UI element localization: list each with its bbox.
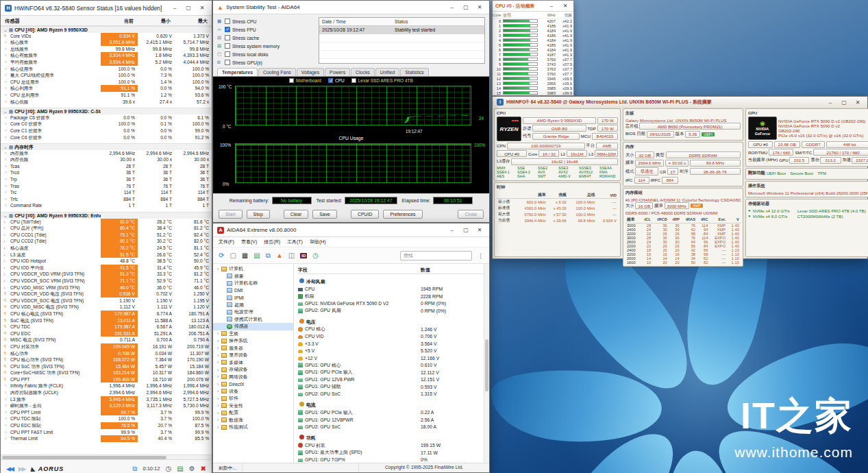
sensor-row[interactable]: CPU CCD1 (Tdie) 79.1 °C 51.2 °C 82.4 °C bbox=[1, 232, 212, 239]
pane-row[interactable]: GPU1: GPU 12V8PWR 2.56 A bbox=[298, 416, 486, 424]
sensor-row[interactable]: 内存控制器频率 (UCLK) 2,994.6 MHz 2,994.6 MHz 2… bbox=[1, 389, 212, 396]
minimize-icon[interactable]: – bbox=[825, 99, 836, 106]
tree-item[interactable]: DMI bbox=[213, 287, 293, 295]
pane-row[interactable]: GPU1: GPU TGP% 0% bbox=[298, 457, 486, 463]
checkbox[interactable] bbox=[225, 19, 230, 24]
sensor-row[interactable]: CPU VDD_MISC VRM (SVI3 TFN) 46.0 °C 36.0… bbox=[1, 284, 212, 291]
pane-row[interactable]: 电流 bbox=[298, 402, 486, 409]
sensor-row[interactable]: 最大 CPU/线程使用率 100.0 % 7.3 % 100.0 % bbox=[1, 72, 212, 79]
pane-row[interactable]: 功耗 bbox=[298, 435, 486, 442]
pane-row[interactable]: GPU2: GPU SoC 1.315 V bbox=[298, 391, 486, 398]
pane-row[interactable]: CPU 1945 RPM bbox=[298, 286, 486, 293]
checkbox[interactable] bbox=[225, 60, 230, 65]
sensor-row[interactable]: CPU [#0]: AMD Ryzen 9 9950X3D bbox=[1, 26, 212, 33]
tree-item[interactable]: 显示设备 bbox=[213, 352, 293, 359]
sensor-row[interactable]: Core VIDs 0.934 V 0.620 V 1.373 V bbox=[1, 33, 212, 40]
sensor-row[interactable]: CPU VDDCR_VDD VRM (SVI3 TFN) 81.2 °C 33.… bbox=[1, 271, 212, 278]
sensor-row[interactable]: CPU IOD 平均值 41.5 °C 31.4 °C 45.9 °C bbox=[1, 265, 212, 271]
graph-tab[interactable]: Cooling Fans bbox=[258, 68, 296, 76]
report-icon[interactable]: ▤ bbox=[177, 465, 183, 472]
pane-row[interactable]: 机箱 2228 RPM bbox=[298, 293, 486, 300]
pane-row[interactable]: CPU VID 0.706 V bbox=[298, 333, 486, 341]
sensor-row[interactable]: CPU IOD Hotspot 48.8 °C 38.5 °C 50.0 °C bbox=[1, 258, 212, 265]
kebab-menu-icon[interactable]: ⋮ bbox=[478, 252, 484, 259]
sensor-row[interactable]: CPU SoC 功率 (SVI3 TFN) 15.464 W 5.457 W 1… bbox=[1, 363, 212, 370]
pane-row[interactable]: GPU1: GPU 12V8 PWR 12.151 V bbox=[298, 376, 486, 384]
pane-row[interactable]: GPU1: NVIDIA GeForce RTX 5090 D V2 0 RPM… bbox=[298, 300, 486, 308]
graph-tab[interactable]: Temperatures bbox=[217, 68, 258, 76]
sensor-row[interactable]: CPU TDC 179.987 A 6.567 A 180.012 A bbox=[1, 324, 212, 330]
pane-row[interactable]: GPU2: GPU 风扇 0 RPM (0%) bbox=[298, 307, 486, 315]
legend-checkbox[interactable] bbox=[289, 78, 294, 83]
graph-tab[interactable]: Voltages bbox=[297, 68, 324, 76]
pane-row[interactable]: +3.3 V 3.564 V bbox=[298, 340, 486, 348]
tree-item[interactable]: 摘要 bbox=[213, 273, 293, 280]
checkbox[interactable] bbox=[225, 35, 230, 40]
menu-item[interactable]: 工具(T) bbox=[287, 239, 303, 245]
menu-item[interactable]: 查看(V) bbox=[241, 239, 257, 245]
sensor-row[interactable]: 核心功率 0.708 W 0.034 W 11.307 W bbox=[1, 350, 212, 357]
sensor-row[interactable]: 核心有效频率 3,934.4 MHz 1.8 MHz 4,393.3 MHz bbox=[1, 52, 212, 59]
tree-item[interactable]: 计算机名称 bbox=[213, 280, 293, 287]
toolbar-icon[interactable]: ⧉ bbox=[266, 252, 271, 260]
maximize-icon[interactable]: ▢ bbox=[839, 99, 850, 106]
test-button[interactable]: Close bbox=[458, 210, 484, 219]
sensor-row[interactable]: Command Rate 1 T 1 T 1 T bbox=[1, 202, 212, 209]
sensor-row[interactable]: 内存时序 bbox=[1, 143, 212, 150]
search-input[interactable] bbox=[400, 251, 472, 260]
legend-checkbox[interactable] bbox=[328, 78, 333, 83]
minimize-icon[interactable]: – bbox=[447, 4, 458, 10]
sensor-row[interactable]: Tcas 28 T 28 T 28 T bbox=[1, 163, 212, 170]
legend-checkbox[interactable] bbox=[351, 78, 356, 83]
sensor-row[interactable]: 总线频率 99.8 MHz 99.8 MHz 99.8 MHz bbox=[1, 46, 212, 53]
sensors-titlebar[interactable]: H HWiNFO64 v8.32-5840 Sensor Status [16 … bbox=[1, 1, 212, 16]
sensor-row[interactable]: CPU [#0]: AMD Ryzen 9 9950X3D: Enhanced bbox=[1, 212, 212, 219]
tree-item[interactable]: IPMI bbox=[213, 294, 293, 302]
log-row[interactable]: 2025/10/28 19:12:47 Stability test start… bbox=[319, 26, 484, 34]
tree-item[interactable]: 操作系统 bbox=[213, 337, 293, 345]
legend-item[interactable]: CPU bbox=[328, 78, 345, 83]
checkbox[interactable] bbox=[225, 51, 230, 57]
tree-item[interactable]: 安全性 bbox=[213, 402, 293, 410]
graph-tab[interactable]: Statistics bbox=[400, 68, 429, 76]
sensor-row[interactable]: SoC 电流 (SVI3 TFN) 13.011 A 11.588 A 13.1… bbox=[1, 317, 212, 324]
toolbar-icon[interactable]: ▤ bbox=[253, 252, 260, 259]
pane-row[interactable]: +12 V 12.166 V bbox=[298, 354, 486, 362]
pane-row[interactable]: GPU2: GPU SoC 18.00 A bbox=[298, 424, 486, 431]
sensor-row[interactable]: Core+SoC+MISC 功率 (SVI3 TFN) 183.214 W 10… bbox=[1, 369, 212, 376]
stress-checkbox-row[interactable]: Stress local disks bbox=[217, 50, 314, 58]
maximize-icon[interactable]: ▢ bbox=[460, 227, 471, 233]
sensor-row[interactable]: CPU CCD2 (Tdie) 80.1 °C 30.2 °C 82.0 °C bbox=[1, 238, 212, 245]
toolbar-icon[interactable]: ▲ bbox=[276, 252, 283, 259]
toolbar-icon[interactable]: ◷ bbox=[312, 252, 319, 259]
tree-item[interactable]: 存储设备 bbox=[213, 366, 293, 374]
menu-item[interactable]: 报告(R) bbox=[264, 239, 280, 245]
close-icon[interactable]: ✖ bbox=[201, 465, 206, 472]
graph-tab[interactable]: Clocks bbox=[351, 68, 375, 76]
sensor-row[interactable]: 核心频率 3,951.6 MHz 2,415.1 MHz 5,714.7 MHz bbox=[1, 39, 212, 46]
close-icon[interactable]: ✕ bbox=[474, 4, 485, 10]
close-icon[interactable]: ✕ bbox=[197, 5, 208, 11]
sensor-row[interactable]: Trcd 36 T 36 T 36 T bbox=[1, 169, 212, 176]
back-icon[interactable]: ◀◀ bbox=[6, 465, 13, 472]
sensor-row[interactable]: Thermal Limit 84.5 % 40.4 % 85.5 % bbox=[1, 435, 212, 442]
test-button[interactable]: Stop bbox=[247, 210, 270, 219]
stress-checkbox-row[interactable]: Stress FPU bbox=[217, 25, 314, 34]
forward-icon[interactable]: ▶▶ bbox=[18, 465, 25, 472]
menu-item[interactable]: 帮助(H) bbox=[310, 239, 326, 245]
summary-titlebar[interactable]: i HWiNFO® 64 v8.32-5840 @ Galaxy Microsy… bbox=[493, 97, 867, 108]
tree-item[interactable]: DirectX bbox=[213, 380, 293, 388]
sensor-row[interactable]: Core C6 驻留率 0.0 % 0.0 % 91.2 % bbox=[1, 134, 212, 141]
sensor-row[interactable]: Trp 36 T 36 T 36 T bbox=[1, 176, 212, 183]
tree-item[interactable]: 服务器 bbox=[213, 345, 293, 352]
tree-item[interactable]: 设备 bbox=[213, 388, 293, 396]
sensor-row[interactable]: CPU VDDCR_SOC 电压 (SVI3 TFN) 1.190 V 1.19… bbox=[1, 298, 212, 304]
close-icon[interactable]: ✕ bbox=[852, 99, 863, 106]
legend-item[interactable]: Lexar SSD ARES PRO 4TB bbox=[351, 78, 413, 83]
sensor-row[interactable]: CPU EDC 限制 76.5 % 20.7 % 87.5 % bbox=[1, 422, 212, 429]
pane-row[interactable]: CPU 核心 1.246 V bbox=[298, 326, 486, 333]
sensor-row[interactable]: CPU VDD_MISC 电压 (SVI3 TFN) 1.112 V 1.111… bbox=[1, 304, 212, 311]
tree-item[interactable]: 性能测试 bbox=[213, 424, 293, 431]
tree-item[interactable]: 计算机 bbox=[213, 265, 293, 273]
pane-row[interactable]: GPU1: GPU 核心 0.610 V bbox=[298, 362, 486, 369]
